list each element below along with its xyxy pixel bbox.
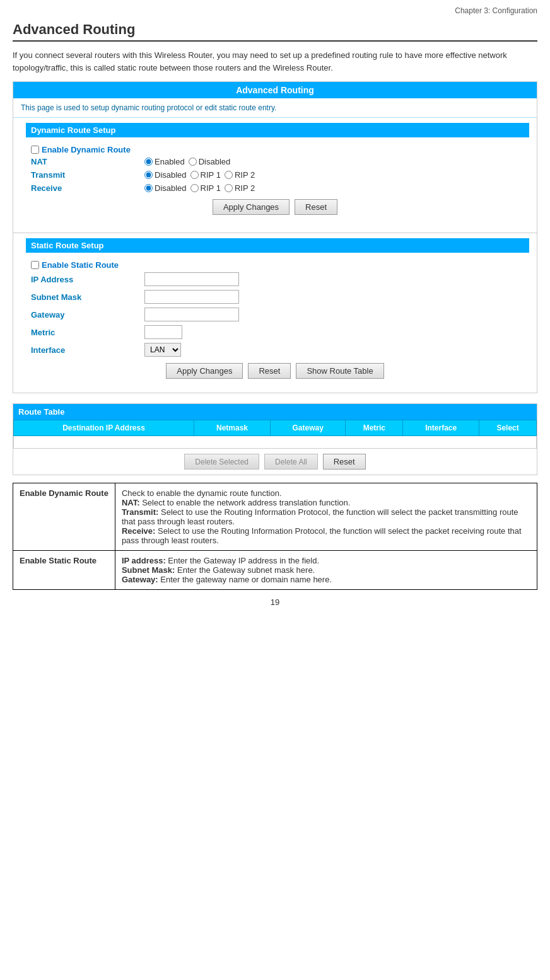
dynamic-reset-button[interactable]: Reset [295, 199, 337, 215]
transmit-rip2-text: RIP 2 [235, 170, 255, 180]
transmit-label: Transmit [31, 170, 144, 180]
receive-rip1-text: RIP 1 [201, 183, 221, 193]
col-interface: Interface [403, 420, 479, 436]
nat-radio-group: Enabled Disabled [144, 157, 230, 166]
receive-rip2-label[interactable]: RIP 2 [225, 183, 255, 193]
nat-disabled-label[interactable]: Disabled [189, 157, 231, 166]
static-route-section: Static Route Setup Enable Static Route I… [13, 238, 537, 393]
nat-enabled-text: Enabled [155, 157, 185, 166]
receive-rip2-radio[interactable] [225, 184, 233, 192]
receive-disabled-radio[interactable] [144, 184, 153, 192]
desc-nat-bold: NAT: [122, 498, 140, 507]
enable-static-route-label[interactable]: Enable Static Route [42, 260, 119, 270]
gateway-input[interactable] [144, 308, 239, 321]
interface-select[interactable]: LAN WAN [144, 343, 181, 357]
transmit-rip2-label[interactable]: RIP 2 [225, 170, 255, 180]
delete-selected-button[interactable]: Delete Selected [184, 454, 259, 470]
metric-label: Metric [31, 328, 144, 337]
transmit-rip1-text: RIP 1 [201, 170, 221, 180]
interface-row: Interface LAN WAN [21, 343, 529, 357]
subnet-mask-row: Subnet Mask [21, 290, 529, 304]
route-table-reset-button[interactable]: Reset [323, 454, 366, 470]
gateway-label: Gateway [31, 310, 144, 320]
nat-disabled-radio[interactable] [189, 158, 197, 166]
enable-dynamic-route-checkbox[interactable] [31, 146, 39, 154]
metric-input[interactable] [144, 325, 182, 339]
delete-all-button[interactable]: Delete All [264, 454, 318, 470]
main-box: Advanced Routing This page is used to se… [13, 81, 537, 393]
col-destination-ip: Destination IP Address [14, 420, 194, 436]
subnet-mask-input[interactable] [144, 290, 239, 304]
receive-disabled-label[interactable]: Disabled [144, 183, 187, 193]
main-box-subtext: This page is used to setup dynamic routi… [13, 98, 537, 118]
nat-disabled-text: Disabled [199, 157, 231, 166]
receive-label: Receive [31, 183, 144, 193]
description-table: Enable Dynamic Route Check to enable the… [13, 483, 537, 590]
receive-rip2-text: RIP 2 [235, 183, 255, 193]
route-table: Destination IP Address Netmask Gateway M… [13, 420, 537, 449]
static-route-section-header: Static Route Setup [26, 238, 529, 253]
static-apply-button[interactable]: Apply Changes [166, 363, 243, 379]
interface-label: Interface [31, 345, 144, 355]
transmit-rip2-radio[interactable] [225, 171, 233, 179]
dynamic-route-section-header: Dynamic Route Setup [26, 123, 529, 137]
chapter-header: Chapter 3: Configuration [13, 6, 537, 15]
enable-dynamic-route-label[interactable]: Enable Dynamic Route [42, 145, 131, 154]
subnet-mask-label: Subnet Mask [31, 292, 144, 302]
desc-term-static: Enable Static Route [13, 551, 115, 590]
table-row-empty [14, 436, 537, 449]
nat-label: NAT [31, 157, 144, 166]
col-select: Select [479, 420, 537, 436]
desc-term-dynamic-text: Enable Dynamic Route [20, 488, 108, 498]
receive-rip1-radio[interactable] [190, 184, 199, 192]
nat-enabled-label[interactable]: Enabled [144, 157, 185, 166]
route-table-button-row: Delete Selected Delete All Reset [13, 449, 537, 475]
route-table-header-row: Destination IP Address Netmask Gateway M… [14, 420, 537, 436]
desc-receive-bold: Receive: [122, 526, 155, 536]
dynamic-route-section: Dynamic Route Setup Enable Dynamic Route… [13, 123, 537, 229]
enable-dynamic-route-row: Enable Dynamic Route [21, 142, 529, 157]
transmit-row: Transmit Disabled RIP 1 RIP 2 [21, 170, 529, 180]
desc-row-dynamic: Enable Dynamic Route Check to enable the… [13, 483, 537, 551]
receive-disabled-text: Disabled [155, 183, 187, 193]
desc-row-static: Enable Static Route IP address: Enter th… [13, 551, 537, 590]
ip-address-row: IP Address [21, 272, 529, 286]
desc-transmit-bold: Transmit: [122, 507, 159, 517]
enable-static-route-row: Enable Static Route [21, 258, 529, 272]
static-reset-button[interactable]: Reset [248, 363, 291, 379]
desc-subnet-bold: Subnet Mask: [122, 565, 175, 575]
page-title: Advanced Routing [13, 21, 537, 42]
col-metric: Metric [346, 420, 403, 436]
desc-term-dynamic: Enable Dynamic Route [13, 483, 115, 551]
transmit-disabled-label[interactable]: Disabled [144, 170, 187, 180]
col-gateway: Gateway [270, 420, 346, 436]
transmit-rip1-label[interactable]: RIP 1 [190, 170, 221, 180]
receive-row: Receive Disabled RIP 1 RIP 2 [21, 183, 529, 193]
transmit-disabled-text: Disabled [155, 170, 187, 180]
transmit-rip1-radio[interactable] [190, 171, 199, 179]
desc-ip-bold: IP address: [122, 556, 166, 565]
metric-row: Metric [21, 325, 529, 339]
receive-rip1-label[interactable]: RIP 1 [190, 183, 221, 193]
dynamic-route-button-row: Apply Changes Reset [21, 199, 529, 215]
transmit-radio-group: Disabled RIP 1 RIP 2 [144, 170, 255, 180]
nat-row: NAT Enabled Disabled [21, 157, 529, 166]
ip-address-input[interactable] [144, 272, 239, 286]
dynamic-apply-button[interactable]: Apply Changes [213, 199, 290, 215]
route-table-header: Route Table [13, 404, 537, 420]
page-number: 19 [13, 597, 537, 607]
desc-detail-dynamic: Check to enable the dynamic route functi… [115, 483, 537, 551]
col-netmask: Netmask [194, 420, 271, 436]
desc-detail-static: IP address: Enter the Gateway IP address… [115, 551, 537, 590]
receive-radio-group: Disabled RIP 1 RIP 2 [144, 183, 255, 193]
enable-static-route-checkbox[interactable] [31, 261, 39, 269]
main-box-header: Advanced Routing [13, 82, 537, 98]
transmit-disabled-radio[interactable] [144, 171, 153, 179]
intro-text: If you connect several routers with this… [13, 49, 537, 74]
route-table-section: Route Table Destination IP Address Netma… [13, 403, 537, 475]
static-route-button-row: Apply Changes Reset Show Route Table [21, 363, 529, 379]
nat-enabled-radio[interactable] [144, 158, 153, 166]
gateway-row: Gateway [21, 308, 529, 321]
show-route-table-button[interactable]: Show Route Table [296, 363, 383, 379]
ip-address-label: IP Address [31, 275, 144, 284]
